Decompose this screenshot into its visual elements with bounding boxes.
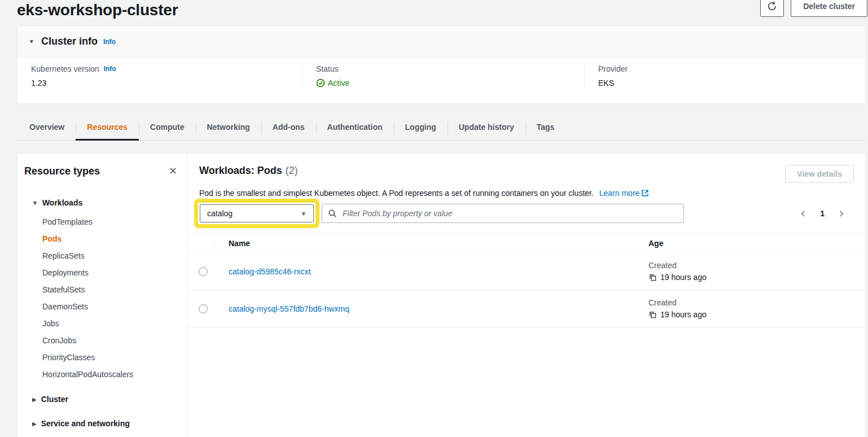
page-header: eks-workshop-cluster Delete cluster [0, 0, 868, 25]
pods-panel: Workloads: Pods(2) View details Pod is t… [187, 154, 865, 437]
resource-types-title: Resource types [24, 165, 100, 177]
tab-logging[interactable]: Logging [394, 115, 448, 140]
pods-table: Name Age catalog-d5985c46-rxcxt Created [187, 233, 865, 327]
delete-cluster-button[interactable]: Delete cluster [791, 0, 867, 17]
table-row: catalog-d5985c46-rxcxt Created 19 hours … [187, 253, 865, 290]
row-radio-button[interactable] [199, 267, 208, 276]
chevron-left-icon [800, 210, 807, 217]
pods-count: (2) [286, 165, 298, 176]
caret-down-icon: ▼ [32, 200, 38, 206]
cluster-info-title: Cluster info [41, 36, 98, 47]
cluster-info-body: Kubernetes version Info 1.23 Status Acti… [17, 58, 865, 103]
sidebar-group-cluster[interactable]: ▶ Cluster [24, 391, 178, 408]
copy-icon[interactable] [648, 273, 657, 282]
page-number[interactable]: 1 [820, 209, 825, 218]
collapse-caret-icon[interactable]: ▼ [29, 38, 34, 45]
cluster-info-section: ▼ Cluster info Info Kubernetes version I… [17, 25, 866, 104]
namespace-filter-dropdown[interactable]: catalog ▼ [200, 204, 314, 222]
refresh-icon [767, 1, 777, 11]
search-icon [328, 209, 337, 218]
tab-authentication[interactable]: Authentication [316, 115, 394, 140]
filter-row: catalog ▼ 1 [199, 199, 854, 228]
provider-label: Provider [598, 64, 852, 73]
pod-name-link[interactable]: catalog-mysql-557fdb7bd6-hwxmq [229, 304, 349, 313]
age-column-header: Age [636, 239, 865, 248]
cluster-info-info-link[interactable]: Info [103, 38, 116, 46]
copy-icon[interactable] [648, 311, 657, 319]
sidebar-item-priorityclasses[interactable]: PriorityClasses [42, 349, 178, 366]
age-value: 19 hours ago [660, 273, 707, 282]
sidebar-item-horizontalpodautoscalers[interactable]: HorizontalPodAutoscalers [42, 366, 178, 383]
header-actions: Delete cluster [760, 0, 867, 17]
next-page-button[interactable] [836, 209, 846, 218]
pods-description: Pod is the smallest and simplest Kuberne… [199, 189, 594, 198]
provider-value: EKS [598, 78, 852, 88]
created-label: Created [648, 261, 865, 270]
learn-more-link[interactable]: Learn more [599, 189, 650, 198]
resource-types-tree: ▼ Workloads PodTemplates Pods ReplicaSet… [24, 194, 178, 432]
status-ok-icon [316, 78, 325, 88]
sidebar-item-pods[interactable]: Pods [42, 230, 178, 247]
caret-right-icon: ▶ [32, 396, 37, 403]
close-icon[interactable]: ✕ [168, 165, 178, 177]
namespace-filter-value: catalog [207, 209, 233, 218]
pod-name-link[interactable]: catalog-d5985c46-rxcxt [229, 267, 311, 276]
sidebar-item-statefulsets[interactable]: StatefulSets [42, 281, 178, 298]
selection-column-header [187, 234, 214, 252]
table-row: catalog-mysql-557fdb7bd6-hwxmq Created 1… [187, 290, 865, 327]
sidebar-item-deployments[interactable]: Deployments [42, 264, 178, 281]
status-label: Status [316, 64, 571, 73]
cluster-info-header[interactable]: ▼ Cluster info Info [17, 26, 865, 58]
kubernetes-version-label: Kubernetes version [31, 64, 99, 73]
page-title: eks-workshop-cluster [17, 0, 178, 19]
pods-panel-title: Workloads: Pods [199, 165, 282, 176]
view-details-button[interactable]: View details [785, 165, 854, 183]
highlight-annotation: catalog ▼ [194, 199, 319, 228]
chevron-down-icon: ▼ [301, 211, 306, 217]
tab-update-history[interactable]: Update history [448, 115, 525, 140]
pods-search-box[interactable] [322, 204, 684, 223]
sidebar-item-daemonsets[interactable]: DaemonSets [42, 298, 178, 315]
previous-page-button[interactable] [799, 209, 808, 218]
external-link-icon [641, 189, 649, 197]
sidebar-item-cronjobs[interactable]: CronJobs [42, 332, 178, 349]
pagination: 1 [799, 209, 854, 218]
resource-types-panel: Resource types ✕ ▼ Workloads PodTemplate… [17, 154, 187, 437]
sidebar-group-service-and-networking[interactable]: ▶ Service and networking [24, 415, 178, 432]
table-header-row: Name Age [187, 233, 865, 253]
kubernetes-version-field: Kubernetes version Info 1.23 [17, 64, 302, 88]
tab-resources[interactable]: Resources [76, 115, 139, 140]
cluster-tabs: Overview Resources Compute Networking Ad… [17, 115, 866, 141]
created-label: Created [648, 298, 865, 307]
sidebar-group-workloads[interactable]: ▼ Workloads [24, 194, 178, 211]
chevron-right-icon [838, 210, 845, 217]
status-value: Active [328, 78, 349, 88]
age-value: 19 hours ago [660, 310, 707, 319]
caret-right-icon: ▶ [32, 421, 37, 427]
status-field: Status Active [302, 64, 584, 88]
search-input[interactable] [341, 208, 678, 218]
tab-networking[interactable]: Networking [196, 115, 261, 140]
tab-overview[interactable]: Overview [18, 115, 76, 140]
name-column-header: Name [214, 239, 636, 248]
kubernetes-version-info-link[interactable]: Info [104, 65, 116, 73]
kubernetes-version-value: 1.23 [31, 78, 288, 88]
refresh-button[interactable] [760, 0, 784, 17]
sidebar-item-replicasets[interactable]: ReplicaSets [42, 247, 178, 264]
tab-tags[interactable]: Tags [525, 115, 566, 140]
tab-add-ons[interactable]: Add-ons [261, 115, 316, 140]
sidebar-item-podtemplates[interactable]: PodTemplates [42, 213, 178, 230]
resources-content: Resource types ✕ ▼ Workloads PodTemplate… [17, 153, 866, 437]
row-radio-button[interactable] [199, 304, 208, 313]
tab-compute[interactable]: Compute [139, 115, 196, 140]
sidebar-item-jobs[interactable]: Jobs [42, 315, 178, 332]
provider-field: Provider EKS [584, 64, 865, 88]
